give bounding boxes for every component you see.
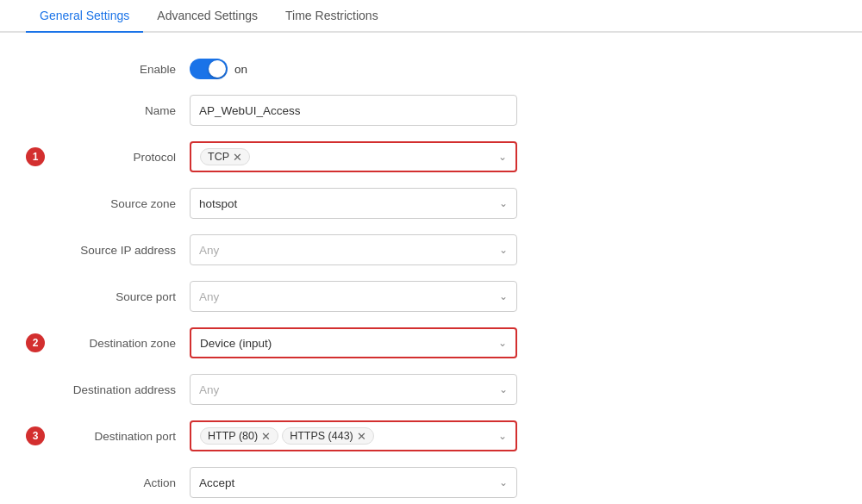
tab-advanced[interactable]: Advanced Settings — [143, 0, 272, 33]
source-ip-value: Any — [199, 244, 499, 257]
dest-port-tag-http: HTTP (80) ✕ — [200, 427, 278, 445]
source-ip-chevron-icon: ⌄ — [499, 244, 508, 256]
protocol-tag-tcp-remove[interactable]: ✕ — [233, 152, 242, 163]
action-value: Accept — [199, 476, 499, 489]
step-badge-1: 1 — [26, 147, 45, 166]
source-zone-value: hotspot — [199, 197, 499, 210]
dest-address-select[interactable]: Any ⌄ — [190, 374, 517, 405]
toggle-container: on — [190, 59, 247, 79]
dest-zone-label: Destination zone — [52, 337, 190, 350]
protocol-tag-tcp-text: TCP — [208, 151, 229, 163]
dest-port-tag-https-text: HTTPS (443) — [290, 430, 353, 442]
dest-zone-text: Device (input) — [200, 337, 272, 350]
source-zone-chevron-icon: ⌄ — [499, 197, 508, 209]
dest-address-row: Destination address Any ⌄ — [52, 374, 810, 405]
step-badge-3: 3 — [26, 426, 45, 445]
dest-zone-chevron-icon: ⌄ — [498, 337, 507, 349]
name-input[interactable] — [199, 104, 508, 117]
name-label: Name — [52, 104, 190, 117]
source-zone-text: hotspot — [199, 197, 237, 210]
enable-toggle[interactable] — [190, 59, 228, 79]
action-chevron-icon: ⌄ — [499, 476, 508, 488]
enable-label: Enable — [52, 63, 190, 76]
dest-port-select[interactable]: HTTP (80) ✕ HTTPS (443) ✕ ⌄ — [190, 420, 517, 451]
action-select[interactable]: Accept ⌄ — [190, 467, 517, 498]
dest-port-tag-http-remove[interactable]: ✕ — [261, 431, 271, 442]
source-port-select[interactable]: Any ⌄ — [190, 281, 517, 312]
dest-zone-select[interactable]: Device (input) ⌄ — [190, 327, 517, 358]
action-text: Accept — [199, 476, 234, 489]
name-row: Name — [52, 95, 810, 126]
action-row: Action Accept ⌄ — [52, 467, 810, 498]
source-ip-row: Source IP address Any ⌄ — [52, 234, 810, 265]
protocol-row: 1 Protocol TCP ✕ ⌄ — [52, 141, 810, 172]
protocol-tags: TCP ✕ — [200, 148, 498, 165]
protocol-label: Protocol — [52, 151, 190, 164]
source-port-chevron-icon: ⌄ — [499, 290, 508, 302]
tabs-bar: General Settings Advanced Settings Time … — [0, 0, 862, 33]
dest-port-tag-http-text: HTTP (80) — [208, 430, 258, 442]
protocol-chevron-icon: ⌄ — [498, 151, 507, 163]
source-port-placeholder: Any — [199, 290, 219, 303]
dest-port-label: Destination port — [52, 430, 190, 443]
protocol-tag-tcp: TCP ✕ — [200, 148, 250, 165]
name-input-wrapper — [190, 95, 517, 126]
dest-port-tags: HTTP (80) ✕ HTTPS (443) ✕ — [200, 427, 498, 445]
dest-address-label: Destination address — [52, 383, 190, 396]
dest-address-placeholder: Any — [199, 383, 219, 396]
enable-state-text: on — [234, 63, 247, 76]
form-container: Enable on Name 1 Protocol TCP ✕ ⌄ — [0, 59, 862, 498]
source-port-label: Source port — [52, 290, 190, 303]
dest-port-row: 3 Destination port HTTP (80) ✕ HTTPS (44… — [52, 420, 810, 451]
dest-address-value: Any — [199, 383, 499, 396]
dest-port-tag-https-remove[interactable]: ✕ — [357, 431, 366, 442]
dest-zone-value: Device (input) — [200, 337, 498, 350]
source-zone-label: Source zone — [52, 197, 190, 210]
source-ip-placeholder: Any — [199, 244, 219, 257]
dest-zone-row: 2 Destination zone Device (input) ⌄ — [52, 327, 810, 358]
dest-port-tag-https: HTTPS (443) ✕ — [282, 427, 374, 445]
source-port-row: Source port Any ⌄ — [52, 281, 810, 312]
tab-general[interactable]: General Settings — [26, 0, 143, 33]
source-zone-row: Source zone hotspot ⌄ — [52, 188, 810, 219]
source-zone-select[interactable]: hotspot ⌄ — [190, 188, 517, 219]
action-label: Action — [52, 476, 190, 489]
source-port-value: Any — [199, 290, 499, 303]
toggle-knob — [209, 60, 226, 78]
step-badge-2: 2 — [26, 333, 45, 352]
source-ip-label: Source IP address — [52, 244, 190, 257]
tab-time[interactable]: Time Restrictions — [272, 0, 392, 33]
source-ip-select[interactable]: Any ⌄ — [190, 234, 517, 265]
dest-port-chevron-icon: ⌄ — [498, 430, 507, 442]
dest-address-chevron-icon: ⌄ — [499, 383, 508, 395]
enable-row: Enable on — [52, 59, 810, 79]
protocol-select[interactable]: TCP ✕ ⌄ — [190, 141, 517, 172]
